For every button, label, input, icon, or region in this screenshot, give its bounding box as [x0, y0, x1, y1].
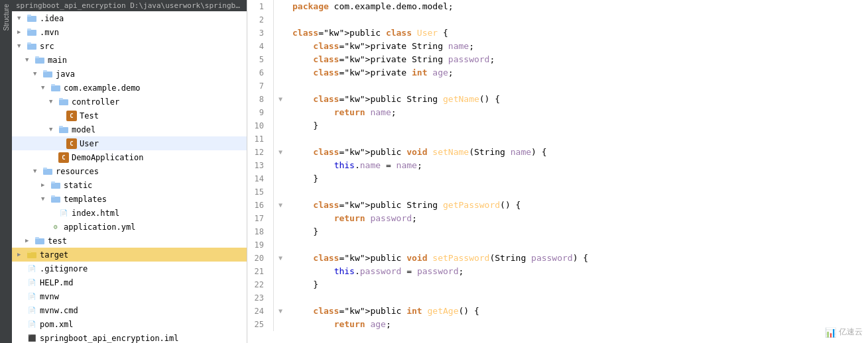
- line-number-20: 20: [250, 252, 268, 265]
- sidebar-item-controller[interactable]: controller: [12, 95, 247, 109]
- gutter-20[interactable]: ▼: [274, 252, 287, 265]
- sidebar-item-com.example.demo[interactable]: com.example.demo: [12, 81, 247, 95]
- folder-icon: [58, 124, 69, 135]
- tree-arrow-index.html: [49, 209, 57, 217]
- sidebar-item-pom.xml[interactable]: 📄pom.xml: [12, 317, 247, 331]
- tree-arrow-com.example.demo: [41, 84, 49, 92]
- sidebar-item-DemoApplication[interactable]: CDemoApplication: [12, 150, 247, 164]
- sidebar-item-.gitignore[interactable]: 📄.gitignore: [12, 262, 247, 275]
- sidebar-item-mvnw[interactable]: 📄mvnw: [12, 289, 247, 303]
- tree-arrow-.gitignore: [17, 265, 25, 273]
- sidebar-item-main[interactable]: main: [12, 53, 247, 67]
- sidebar-item-idea[interactable]: .idea: [12, 11, 247, 25]
- structure-tab[interactable]: Structure: [1, 0, 11, 35]
- tree-label-main: main: [48, 56, 67, 65]
- sidebar-item-templates[interactable]: templates: [12, 192, 247, 206]
- code-line-2: [292, 13, 868, 26]
- gutter-25: [274, 318, 287, 331]
- class-icon: C: [66, 138, 77, 149]
- tree-arrow-java: [33, 70, 41, 78]
- gutter-12[interactable]: ▼: [274, 146, 287, 159]
- sidebar-item-HELP.md[interactable]: 📄HELP.md: [12, 275, 247, 289]
- sidebar-item-model[interactable]: model: [12, 122, 247, 136]
- folder-icon: [34, 236, 45, 246]
- svg-rect-4: [27, 44, 36, 50]
- gitignore-icon: 📄: [27, 264, 37, 274]
- line-number-13: 13: [250, 159, 268, 172]
- gutter-24[interactable]: ▼: [274, 305, 287, 318]
- code-line-11: [292, 132, 868, 146]
- gutter-1: [274, 0, 287, 13]
- code-line-19: [292, 238, 868, 252]
- line-number-11: 11: [250, 132, 268, 146]
- code-line-9: return name;: [292, 106, 868, 119]
- sidebar-item-test[interactable]: test: [12, 234, 247, 248]
- line-number-15: 15: [250, 185, 268, 199]
- tree-arrow-pom.xml: [17, 320, 25, 328]
- gutter-16[interactable]: ▼: [274, 199, 287, 212]
- tree-label-springboot_api_encryption.iml: springboot_api_encryption.iml: [40, 334, 179, 343]
- tree-arrow-HELP.md: [17, 279, 25, 287]
- gutter-11: [274, 132, 287, 146]
- sidebar-item-mvnw.cmd[interactable]: 📄mvnw.cmd: [12, 303, 247, 317]
- sidebar-item-src[interactable]: src: [12, 39, 247, 53]
- tree-label-mvnw.cmd: mvnw.cmd: [40, 306, 78, 315]
- sidebar-item-Test[interactable]: CTest: [12, 109, 247, 122]
- left-panel-tabs: Structure: [0, 0, 12, 343]
- tree-label-templates: templates: [64, 195, 107, 204]
- code-line-15: [292, 185, 868, 199]
- svg-rect-23: [35, 237, 39, 239]
- line-number-4: 4: [250, 40, 268, 53]
- code-lines: package com.example.demo.model;class="kw…: [287, 0, 868, 331]
- gutter-8[interactable]: ▼: [274, 93, 287, 106]
- tree-label-idea: .idea: [40, 14, 64, 23]
- tree-arrow-templates: [41, 195, 49, 203]
- line-number-17: 17: [250, 212, 268, 225]
- gutter-19: [274, 238, 287, 252]
- tree-arrow-main: [25, 56, 33, 64]
- line-number-3: 3: [250, 26, 268, 40]
- line-number-23: 23: [250, 291, 268, 305]
- code-line-1: package com.example.demo.model;: [292, 0, 868, 13]
- tree-arrow-controller: [49, 98, 57, 106]
- folder-icon: [27, 27, 37, 38]
- sidebar-item-index.html[interactable]: 📄index.html: [12, 206, 247, 220]
- sidebar-item-java[interactable]: java: [12, 67, 247, 81]
- gutter-13: [274, 159, 287, 172]
- sidebar-item-mvn[interactable]: .mvn: [12, 25, 247, 39]
- code-line-16: class="kw">public String getPassword() {: [292, 199, 868, 212]
- sidebar-item-static[interactable]: static: [12, 178, 247, 192]
- line-number-21: 21: [250, 265, 268, 278]
- tree-arrow-idea: [17, 15, 25, 23]
- line-number-24: 24: [250, 305, 268, 318]
- sidebar-item-User[interactable]: CUser: [12, 136, 247, 150]
- line-numbers: 1234567891011121314151617181920212223242…: [247, 0, 274, 331]
- tree-label-model: model: [72, 125, 95, 134]
- watermark-icon: 📊: [825, 327, 836, 338]
- watermark-text: 亿速云: [839, 326, 863, 338]
- tree-label-target: target: [40, 250, 68, 260]
- tree-arrow-application.yml: [41, 223, 49, 231]
- tree-label-.gitignore: .gitignore: [40, 264, 88, 273]
- project-sidebar: springboot_api_encryption D:\java\userwo…: [12, 0, 247, 343]
- svg-rect-15: [59, 126, 63, 128]
- line-number-19: 19: [250, 238, 268, 252]
- xml-icon: 📄: [27, 319, 37, 330]
- code-line-24: class="kw">public int getAge() {: [292, 305, 868, 318]
- code-editor: 1234567891011121314151617181920212223242…: [247, 0, 868, 343]
- tree-label-src: src: [40, 42, 54, 51]
- folder-icon: [42, 166, 53, 177]
- class-icon: C: [58, 152, 69, 163]
- code-line-21: this.password = password;: [292, 265, 868, 278]
- line-number-18: 18: [250, 225, 268, 238]
- svg-rect-5: [27, 42, 31, 44]
- sidebar-item-application.yml[interactable]: ⚙application.yml: [12, 220, 247, 234]
- sidebar-item-target[interactable]: target: [12, 248, 247, 262]
- folder-yellow-icon: [27, 250, 37, 260]
- sidebar-item-resources[interactable]: resources: [12, 164, 247, 178]
- sidebar-item-springboot_api_encryption.iml[interactable]: ⬛springboot_api_encryption.iml: [12, 331, 247, 343]
- line-number-6: 6: [250, 66, 268, 79]
- svg-rect-13: [59, 98, 63, 100]
- svg-rect-1: [27, 15, 31, 17]
- tree-arrow-DemoApplication: [49, 154, 57, 162]
